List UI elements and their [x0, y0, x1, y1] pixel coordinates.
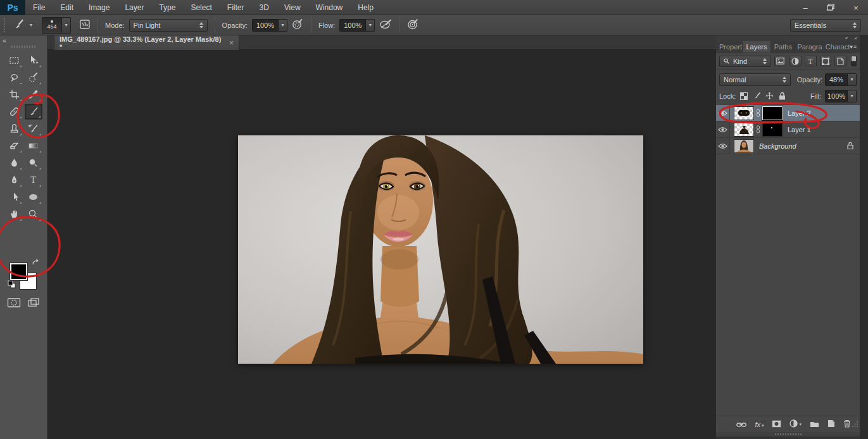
tool-gradient[interactable] — [25, 138, 42, 154]
tab-layers[interactable]: Layers — [743, 41, 771, 53]
tool-dodge[interactable] — [25, 155, 42, 171]
document-tab[interactable]: IMG_489167.jpg @ 33.3% (Layer 2, Layer M… — [54, 35, 239, 50]
menu-item-type[interactable]: Type — [151, 0, 183, 15]
layer-thumbnail[interactable] — [734, 106, 754, 120]
layer-row-layer2[interactable]: Layer 2 — [716, 105, 860, 121]
adjustment-layer-icon[interactable] — [789, 419, 798, 430]
menu-item-filter[interactable]: Filter — [220, 0, 252, 15]
layer-thumbnail[interactable] — [734, 123, 754, 137]
swap-colors-icon[interactable] — [32, 259, 40, 268]
lock-transparency-icon[interactable] — [739, 92, 748, 100]
add-mask-icon[interactable] — [772, 419, 781, 430]
screen-mode-button[interactable] — [27, 297, 40, 311]
options-bar-grip[interactable] — [3, 18, 6, 32]
visibility-eye-icon[interactable] — [716, 138, 730, 154]
layer-opacity-caret[interactable]: ▾ — [848, 73, 857, 86]
workspace-select[interactable]: Essentials — [790, 19, 861, 32]
tool-ellipse-shape[interactable] — [25, 189, 42, 205]
layer-mask-thumbnail[interactable] — [762, 106, 783, 120]
filter-kind-select[interactable]: Kind — [719, 56, 771, 67]
opacity-caret[interactable]: ▾ — [279, 19, 287, 32]
toggle-brush-panel-icon[interactable] — [79, 19, 91, 32]
airbrush-icon[interactable] — [379, 18, 393, 32]
collapse-toolbar-button[interactable]: « — [3, 37, 6, 44]
tool-crop[interactable] — [5, 87, 23, 102]
lock-pixels-icon[interactable] — [752, 92, 761, 100]
document-image[interactable] — [238, 135, 643, 364]
layer-name[interactable]: Background — [759, 142, 796, 150]
lock-position-icon[interactable] — [765, 92, 774, 100]
toolbar-grip[interactable] — [11, 46, 35, 48]
menu-item-3d[interactable]: 3D — [251, 0, 276, 15]
collapse-panels-icon[interactable]: « — [845, 35, 848, 41]
restore-button[interactable] — [824, 3, 838, 13]
fill-input[interactable]: 100% — [825, 90, 848, 102]
document-close-icon[interactable]: × — [229, 39, 234, 47]
brush-preset-caret[interactable]: ▾ — [62, 17, 71, 34]
tool-quick-selection[interactable] — [25, 70, 42, 85]
tab-properties[interactable]: Propert — [716, 41, 743, 53]
menu-item-image[interactable]: Image — [81, 0, 117, 15]
opacity-input[interactable]: 100% — [252, 19, 279, 32]
menu-item-window[interactable]: Window — [308, 0, 351, 15]
smart-object-filter-icon[interactable] — [834, 56, 846, 66]
tab-character[interactable]: Charact — [822, 41, 850, 53]
mask-link-icon[interactable] — [755, 125, 761, 133]
delete-layer-icon[interactable] — [843, 419, 851, 430]
lock-all-icon[interactable] — [777, 92, 786, 100]
tool-type[interactable]: T — [25, 172, 42, 188]
new-layer-icon[interactable] — [827, 419, 835, 430]
pixel-layer-filter-icon[interactable] — [774, 56, 786, 66]
panel-menu-icon[interactable]: ▾≡ — [850, 41, 860, 53]
tool-zoom[interactable] — [25, 206, 42, 222]
layer-row-background[interactable]: Background — [716, 138, 860, 154]
tool-pen[interactable] — [5, 172, 23, 188]
filtering-toggle[interactable] — [851, 56, 857, 66]
layer-thumbnail[interactable] — [734, 139, 754, 153]
menu-item-select[interactable]: Select — [183, 0, 219, 15]
tool-eraser[interactable] — [5, 138, 23, 154]
tool-healing-brush[interactable] — [5, 104, 23, 120]
menu-item-file[interactable]: File — [25, 0, 53, 15]
blend-mode-select[interactable]: Pin Light — [129, 19, 208, 32]
menu-item-edit[interactable]: Edit — [53, 0, 81, 15]
tool-path-selection[interactable] — [5, 189, 23, 205]
fill-caret[interactable]: ▾ — [848, 90, 857, 102]
layer-blend-mode-select[interactable]: Normal — [719, 73, 791, 86]
tool-blur[interactable] — [5, 155, 23, 171]
foreground-color-swatch[interactable] — [10, 263, 27, 280]
menu-item-help[interactable]: Help — [350, 0, 381, 15]
link-layers-icon[interactable] — [736, 419, 746, 430]
default-colors-icon[interactable] — [8, 280, 16, 291]
layer-name[interactable]: Layer 2 — [788, 109, 811, 117]
mask-link-icon[interactable] — [755, 109, 761, 117]
brush-tool-icon[interactable] — [13, 18, 25, 32]
tab-paths[interactable]: Paths — [771, 41, 795, 53]
visibility-eye-icon[interactable] — [716, 121, 730, 137]
tool-eyedropper[interactable] — [25, 87, 42, 102]
tool-rectangular-marquee[interactable] — [5, 53, 23, 68]
dock-resize-grip[interactable] — [716, 432, 860, 436]
layer-row-layer1[interactable]: Layer 1 — [716, 121, 860, 138]
close-panel-icon[interactable]: × — [854, 35, 857, 41]
layer-name[interactable]: Layer 1 — [788, 126, 811, 133]
tool-hand[interactable] — [5, 206, 23, 222]
layer-opacity-input[interactable]: 48% — [825, 73, 848, 86]
pressure-opacity-icon[interactable] — [292, 18, 304, 32]
tool-history-brush[interactable] — [25, 121, 42, 137]
menu-item-view[interactable]: View — [277, 0, 308, 15]
brush-preset-picker[interactable]: 454 — [42, 17, 62, 34]
panel-resize-grip[interactable] — [852, 419, 859, 430]
tab-paragraph[interactable]: Paragra — [795, 41, 822, 53]
shape-layer-filter-icon[interactable] — [820, 56, 832, 66]
pressure-size-icon[interactable] — [407, 18, 419, 32]
flow-caret[interactable]: ▾ — [366, 19, 375, 32]
layer-style-icon[interactable]: fx — [755, 421, 760, 428]
close-button[interactable]: × — [849, 3, 863, 13]
adjustment-layer-filter-icon[interactable] — [789, 56, 802, 66]
tool-brush[interactable] — [25, 104, 42, 120]
tool-clone-stamp[interactable] — [5, 121, 23, 137]
menu-item-layer[interactable]: Layer — [117, 0, 151, 15]
type-layer-filter-icon[interactable]: T — [805, 56, 817, 66]
new-group-icon[interactable] — [810, 419, 819, 430]
